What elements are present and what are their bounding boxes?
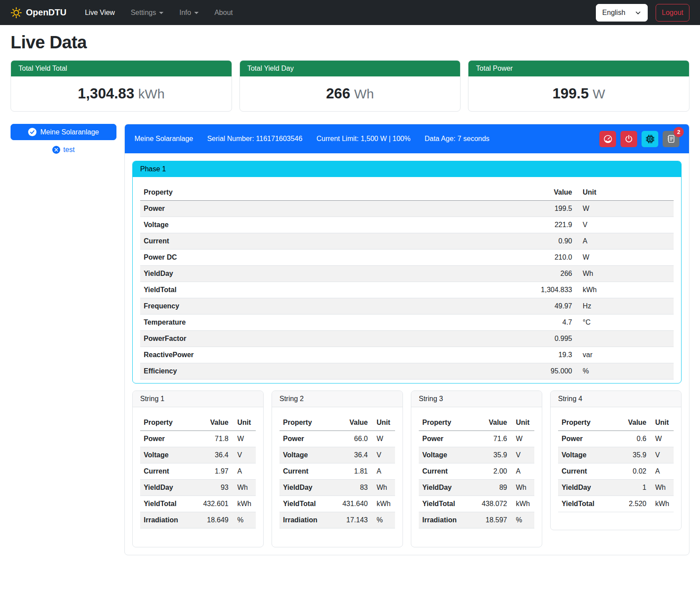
nav-item-about[interactable]: About [207,5,240,20]
string-3-card: String 3 Property Value Unit [411,391,542,547]
unit-cell: A [234,463,256,480]
card-body: 199.5W [468,76,689,111]
property-cell: Irradiation [140,512,195,528]
table-row: Irradiation18.649% [140,512,256,528]
value-cell: 1.81 [334,463,373,480]
property-cell: Voltage [279,447,334,463]
value-cell: 36.4 [195,447,234,463]
caret-down-icon [194,12,199,14]
summary-cards-row: Total Yield Total 1,304.83kWh Total Yiel… [11,60,689,112]
property-cell: Current [419,463,474,480]
property-cell: Voltage [419,447,474,463]
property-cell: Frequency [140,298,522,315]
unit-cell: W [373,431,395,447]
language-selected-value: English [602,9,625,17]
string-title: String 3 [411,391,542,407]
table-row: Current1.97A [140,463,256,480]
nav-item-info[interactable]: Info [172,5,206,20]
property-cell: Voltage [140,217,522,233]
card-body: 1,304.83kWh [11,76,232,111]
event-count-badge: 2 [674,127,684,137]
value-cell: 199.5 [522,201,579,217]
column-header-value: Value [334,415,373,431]
strings-row: String 1 Property Value Unit [132,391,682,547]
unit-cell: % [234,512,256,528]
value-cell: 266 [522,266,579,282]
value-cell: 49.97 [522,298,579,315]
table-row: ReactivePower19.3var [140,347,674,363]
unit-cell: W [652,431,674,447]
value-cell: 35.9 [613,447,652,463]
card-body: 266Wh [240,76,461,111]
nav-item-label: Live View [85,9,115,17]
phase-body: Property Value Unit Power199.5WVoltage22… [133,177,681,383]
inverter-serial: Serial Number: 116171603546 [207,135,302,143]
value-cell: 221.9 [522,217,579,233]
property-cell: Power DC [140,250,522,266]
table-row: Voltage221.9V [140,217,674,233]
unit-cell: kWh [579,282,674,298]
unit-cell: V [512,447,534,463]
limit-settings-button[interactable] [599,131,616,147]
brand[interactable]: OpenDTU [11,7,66,18]
column-header-value: Value [474,415,512,431]
property-cell: YieldTotal [140,282,522,298]
unit-cell: W [234,431,256,447]
language-select[interactable]: English [596,4,648,22]
value-cell: 1.97 [195,463,234,480]
unit-cell: var [579,347,674,363]
unit-cell: A [512,463,534,480]
column-header-value: Value [195,415,234,431]
property-cell: Irradiation [419,512,474,528]
table-row: YieldDay266Wh [140,266,674,282]
unit-cell: % [512,512,534,528]
event-log-button[interactable]: 2 [663,131,679,147]
inverter-sidebar: Meine Solaranlage test [11,124,116,154]
nav-item-settings[interactable]: Settings [123,5,170,20]
column-header-property: Property [140,415,195,431]
table-row: YieldTotal432.601kWh [140,496,256,512]
selected-inverter-button[interactable]: Meine Solaranlage [11,124,116,140]
table-row: Frequency49.97Hz [140,298,674,315]
power-icon [624,134,633,143]
value-cell: 432.601 [195,496,234,512]
table-row: Power71.8W [140,431,256,447]
nav-item-live-view[interactable]: Live View [78,5,122,20]
string-title: String 2 [272,391,403,407]
table-row: YieldDay93Wh [140,480,256,496]
total-power-value: 199.5 [552,85,589,101]
table-row: Voltage36.4V [279,447,395,463]
property-cell: PowerFactor [140,331,522,347]
unit-cell: kWh [512,496,534,512]
value-cell: 93 [195,480,234,496]
table-row: Power199.5W [140,201,674,217]
table-row: Power DC210.0W [140,250,674,266]
unit-cell: A [652,463,674,480]
value-cell: 0.90 [522,233,579,250]
logout-button[interactable]: Logout [656,4,689,22]
value-cell: 2.520 [613,496,652,512]
table-row: Power71.6W [419,431,534,447]
table-row: YieldTotal1,304.833kWh [140,282,674,298]
value-cell: 95.000 [522,363,579,380]
other-inverter-link[interactable]: test [11,146,116,154]
value-cell: 0.6 [613,431,652,447]
column-header-unit: Unit [652,415,674,431]
table-header-row: Property Value Unit [558,415,674,431]
brand-label: OpenDTU [26,7,66,18]
device-info-button[interactable] [642,131,658,147]
navbar: OpenDTU Live View Settings Info About En… [0,0,700,25]
table-row: YieldDay89Wh [419,480,534,496]
column-header-unit: Unit [234,415,256,431]
total-yield-total-unit: kWh [138,87,165,101]
inverter-limit: Current Limit: 1,500 W | 100% [316,135,410,143]
table-row: Irradiation17.143% [279,512,395,528]
selected-inverter-label: Meine Solaranlage [40,128,99,136]
table-row: Irradiation18.597% [419,512,534,528]
value-cell: 4.7 [522,315,579,331]
property-cell: Current [140,233,522,250]
column-header-property: Property [140,185,522,201]
power-toggle-button[interactable] [620,131,637,147]
value-cell: 18.649 [195,512,234,528]
table-row: Current1.81A [279,463,395,480]
